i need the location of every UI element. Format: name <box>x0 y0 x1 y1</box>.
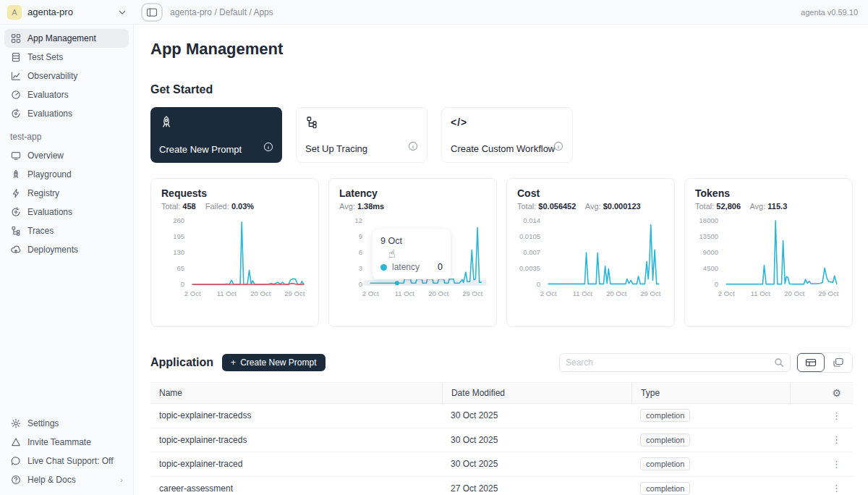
svg-text:2 Oct: 2 Oct <box>184 289 201 297</box>
row-menu-kebab-icon[interactable]: ⋮ <box>832 459 841 470</box>
help-icon <box>10 475 21 486</box>
type-badge: completion <box>640 457 690 470</box>
sidebar-item-label: Playground <box>27 169 72 179</box>
sidebar-item-live-chat[interactable]: Live Chat Support: Off <box>4 452 129 470</box>
svg-text:0.0105: 0.0105 <box>519 232 540 240</box>
app-name[interactable]: topic-explainer-traceds <box>150 435 442 445</box>
gear-icon <box>10 418 21 429</box>
svg-text:29 Oct: 29 Oct <box>462 289 482 297</box>
sidebar-item-playground[interactable]: Playground <box>4 165 129 184</box>
svg-text:11 Oct: 11 Oct <box>395 289 415 297</box>
app-date: 27 Oct 2025 <box>442 483 631 494</box>
sidebar-item-help-docs[interactable]: Help & Docs › <box>4 470 129 489</box>
chart-title: Requests <box>161 187 308 199</box>
row-menu-kebab-icon[interactable]: ⋮ <box>832 434 841 445</box>
svg-text:11 Oct: 11 Oct <box>751 289 771 297</box>
table-row[interactable]: career-assessment 27 Oct 2025 completion… <box>150 477 853 495</box>
application-header-row: Application + Create New Prompt <box>150 352 853 373</box>
svg-text:2 Oct: 2 Oct <box>362 289 379 297</box>
info-icon[interactable] <box>408 141 418 154</box>
tooltip-series-row: latency 0 <box>380 262 443 272</box>
code-icon: </> <box>451 117 467 128</box>
app-name[interactable]: career-assessment <box>150 483 442 494</box>
card-label: Set Up Tracing <box>305 143 367 154</box>
tokens-chart[interactable]: 04500900013500180002 Oct11 Oct20 Oct29 O… <box>695 213 844 306</box>
grid-icon <box>10 33 21 44</box>
table-row[interactable]: topic-explainer-traced 30 Oct 2025 compl… <box>150 452 853 477</box>
top-header: A agenta-pro agenta-pro / Default / Apps… <box>0 0 868 25</box>
sidebar-item-evaluations[interactable]: Evaluations <box>4 104 129 123</box>
series-dot <box>380 264 387 271</box>
chart-line-icon <box>10 71 21 82</box>
tooltip-date: 9 Oct <box>380 236 443 246</box>
chevron-right-icon: › <box>120 475 123 484</box>
breadcrumb[interactable]: agenta-pro / Default / Apps <box>170 7 273 17</box>
table-view-button[interactable] <box>797 353 825 372</box>
requests-chart[interactable]: 0651301952602 Oct11 Oct20 Oct29 Oct <box>161 213 310 306</box>
sidebar-item-invite-teammate[interactable]: Invite Teammate <box>4 433 129 452</box>
svg-text:2 Oct: 2 Oct <box>540 289 557 297</box>
sidebar-item-evaluators[interactable]: Evaluators <box>4 85 129 104</box>
cost-chart[interactable]: 00.00350.0070.01050.0142 Oct11 Oct20 Oct… <box>517 213 666 306</box>
col-type[interactable]: Type <box>631 383 789 403</box>
latency-card: Latency Avg: 1.38ms 0369122 Oct11 Oct20 … <box>328 178 497 327</box>
type-badge: completion <box>640 433 690 447</box>
sidebar-item-test-sets[interactable]: Test Sets <box>4 48 129 67</box>
info-icon[interactable] <box>263 142 273 155</box>
sidebar-item-registry[interactable]: Registry <box>4 184 129 203</box>
app-name[interactable]: topic-explainer-traced <box>150 459 442 469</box>
svg-text:11 Oct: 11 Oct <box>573 289 593 297</box>
svg-text:0.007: 0.007 <box>523 248 540 256</box>
create-new-prompt-card[interactable]: Create New Prompt <box>150 107 282 163</box>
info-icon[interactable] <box>553 141 563 154</box>
table-settings-gear-icon[interactable]: ⚙ <box>832 387 841 399</box>
sidebar-item-traces[interactable]: Traces <box>4 221 129 240</box>
get-started-heading: Get Started <box>150 83 853 96</box>
card-label: Create Custom Workflow <box>451 143 555 154</box>
col-date-modified[interactable]: Date Modified <box>442 383 631 403</box>
col-name[interactable]: Name <box>150 388 442 398</box>
row-menu-kebab-icon[interactable]: ⋮ <box>832 483 841 494</box>
set-up-tracing-card[interactable]: Set Up Tracing <box>296 107 427 163</box>
sidebar-item-app-management[interactable]: App Management <box>4 29 129 48</box>
sidebar-item-observability[interactable]: Observability <box>4 67 129 85</box>
svg-text:130: 130 <box>173 248 184 256</box>
rocket-icon <box>10 169 21 180</box>
sidebar-item-label: Registry <box>27 188 59 198</box>
sidebar-item-evaluations-app[interactable]: Evaluations <box>4 203 129 221</box>
search-input[interactable] <box>566 358 774 368</box>
card-view-button[interactable] <box>825 353 852 372</box>
chevron-down-icon <box>118 8 127 17</box>
svg-text:3: 3 <box>359 264 362 272</box>
svg-text:0.0035: 0.0035 <box>519 264 540 272</box>
sidebar-item-label: Test Sets <box>27 52 63 62</box>
sidebar-item-label: Live Chat Support: Off <box>27 456 114 466</box>
sidebar-item-settings[interactable]: Settings <box>4 414 129 433</box>
trace-tree-icon <box>10 226 21 237</box>
card-label: Create New Prompt <box>159 144 242 155</box>
tokens-card: Tokens Total: 52,806 Avg: 115.3 04500900… <box>684 178 853 327</box>
sidebar-item-deployments[interactable]: Deployments <box>4 240 129 259</box>
app-name[interactable]: topic-explainer-tracedss <box>150 410 442 420</box>
svg-text:29 Oct: 29 Oct <box>818 289 838 297</box>
svg-text:0: 0 <box>181 280 184 288</box>
svg-text:65: 65 <box>176 264 184 272</box>
sidebar-section-test-app: test-app <box>0 123 133 146</box>
create-custom-workflow-card[interactable]: </> Create Custom Workflow <box>441 107 573 163</box>
panel-collapse-icon <box>146 7 158 17</box>
create-new-prompt-button[interactable]: + Create New Prompt <box>222 354 325 371</box>
table-row[interactable]: topic-explainer-tracedss 30 Oct 2025 com… <box>150 404 853 428</box>
chat-bubble-icon <box>10 456 21 467</box>
row-menu-kebab-icon[interactable]: ⋮ <box>832 410 841 421</box>
chart-stats: Total: 52,806 Avg: 115.3 <box>695 202 842 211</box>
svg-text:0: 0 <box>359 280 362 288</box>
sidebar-collapse-button[interactable] <box>141 3 163 22</box>
table-row[interactable]: topic-explainer-traceds 30 Oct 2025 comp… <box>150 428 853 453</box>
svg-text:29 Oct: 29 Oct <box>640 289 660 297</box>
monitor-icon <box>10 151 21 161</box>
cloud-upload-icon <box>10 245 21 255</box>
app-version: agenta v0.59.10 <box>801 8 858 17</box>
search-box[interactable] <box>559 353 791 372</box>
sidebar-item-overview[interactable]: Overview <box>4 146 129 165</box>
workspace-selector[interactable]: A agenta-pro <box>0 5 134 20</box>
